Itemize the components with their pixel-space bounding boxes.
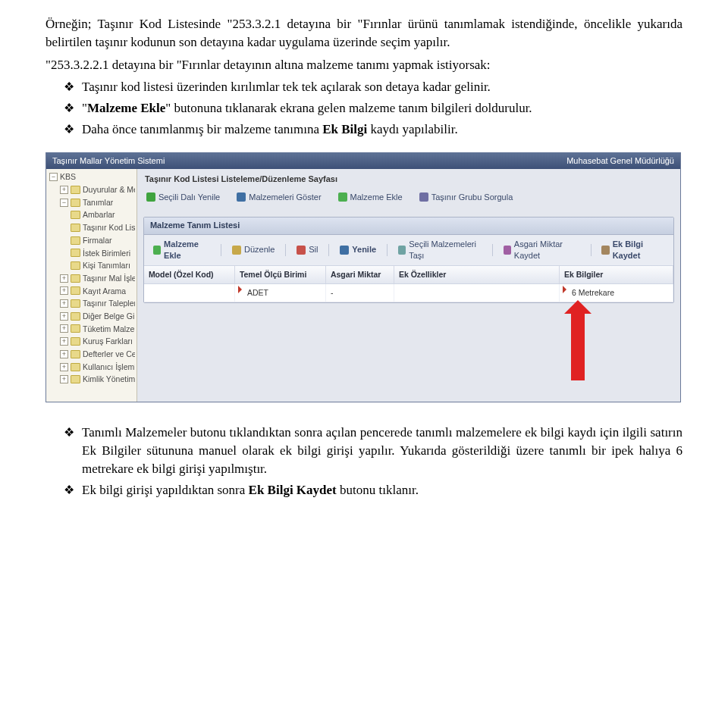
folder-icon: [71, 337, 80, 346]
annotation-arrow-up: [571, 312, 585, 380]
tree-item[interactable]: +Taşınır Talepleri: [57, 297, 136, 310]
refresh-branch-button[interactable]: Seçili Dalı Yenile: [142, 191, 224, 204]
folder-icon: [71, 199, 80, 207]
bullets-top: ❖ Taşınır kod listesi üzerinden kırılıml…: [46, 78, 682, 139]
app-screenshot: Taşınır Mallar Yönetim Sistemi Muhasebat…: [46, 152, 681, 402]
title-right: Muhasebat Genel Müdürlüğü: [566, 155, 674, 167]
bullet-b2: ❖ Ek bilgi girişi yapıldıktan sonra Ek B…: [64, 481, 682, 499]
folder-icon: [71, 211, 80, 219]
folder-icon: [71, 299, 80, 308]
cell-model[interactable]: [144, 284, 235, 302]
sidebar: − KBS +Duyurular & Mesajlar −Tanımlar Am…: [46, 169, 137, 402]
folder-icon: [71, 286, 80, 295]
expand-icon[interactable]: +: [60, 286, 68, 295]
folder-icon: [71, 324, 80, 333]
delete-icon: [297, 246, 306, 255]
save-icon: [504, 246, 511, 255]
bullet-2-text: "Malzeme Ekle" butonuna tıklanarak ekran…: [82, 99, 682, 117]
delete-button[interactable]: Sil: [292, 243, 322, 256]
expand-icon[interactable]: +: [60, 312, 68, 321]
tree-item[interactable]: +Tüketim Malzeme: [57, 323, 136, 336]
tree-item-tanimlar[interactable]: −Tanımlar: [57, 196, 136, 209]
tree-item[interactable]: İstek Birimleri: [67, 247, 136, 260]
separator: [328, 244, 329, 256]
expand-icon[interactable]: +: [60, 350, 68, 358]
tree-item[interactable]: Ambarlar: [67, 208, 136, 221]
intro-para-1: Örneğin; Taşınır Kod Listesinde "253.3.2…: [46, 15, 682, 52]
dirty-icon: [563, 286, 566, 293]
move-selected-button[interactable]: Seçili Malzemeleri Taşı: [394, 238, 486, 263]
tree-item[interactable]: +Duyurular & Mesajlar: [57, 183, 136, 196]
intro-para-2: "253.3.2.2.1 detayına bir "Fırınlar deta…: [46, 56, 682, 74]
table-header: Model (Özel Kod) Temel Ölçü Birimi Asgar…: [144, 266, 673, 284]
toolbar-top: Seçili Dalı Yenile Malzemeleri Göster Ma…: [137, 189, 680, 206]
page-title: Taşınır Kod Listesi Listeleme/Düzenleme …: [137, 169, 680, 188]
tree-item[interactable]: +Kullanıcı İşlemleri: [57, 361, 136, 374]
folder-icon: [71, 375, 80, 383]
save-min-button[interactable]: Asgari Miktar Kaydet: [499, 238, 585, 263]
expand-icon[interactable]: +: [60, 274, 68, 283]
edit-button[interactable]: Düzenle: [228, 243, 279, 256]
expand-icon[interactable]: +: [60, 363, 68, 371]
search-icon: [419, 192, 428, 202]
tree-root-kbs[interactable]: − KBS: [46, 171, 136, 183]
save-extra-info-button[interactable]: Ek Bilgi Kaydet: [597, 238, 669, 263]
cell-attrs[interactable]: [394, 284, 560, 302]
folder-icon: [71, 274, 80, 283]
save-icon: [601, 246, 609, 255]
bullet-3-text: Daha önce tanımlanmış bir malzeme tanımı…: [82, 120, 682, 139]
add-material-button[interactable]: Malzeme Ekle: [334, 191, 407, 204]
tree-item[interactable]: +Taşınır Mal İşlemle: [57, 272, 136, 285]
folder-icon: [71, 312, 80, 321]
folder-icon: [71, 186, 80, 194]
expand-icon[interactable]: +: [60, 324, 68, 333]
diamond-icon: ❖: [64, 120, 74, 139]
folder-icon: [71, 261, 80, 270]
separator: [591, 244, 592, 256]
tree-item[interactable]: Kişi Tanımları: [67, 259, 136, 272]
add-material-button-2[interactable]: Malzeme Ekle: [149, 238, 215, 263]
titlebar: Taşınır Mallar Yönetim Sistemi Muhasebat…: [46, 152, 680, 169]
diamond-icon: ❖: [64, 99, 74, 117]
tree-item[interactable]: +Kimlik Yönetimi: [57, 373, 136, 386]
expand-icon[interactable]: +: [60, 186, 68, 194]
expand-icon[interactable]: +: [60, 375, 68, 383]
collapse-icon[interactable]: −: [49, 173, 58, 181]
tree-item[interactable]: +Kayıt Arama: [57, 285, 136, 298]
tree-item[interactable]: Taşınır Kod Lis: [67, 221, 136, 234]
tree-item[interactable]: +Diğer Belge Girişle: [57, 310, 136, 323]
tree-item[interactable]: Firmalar: [67, 234, 136, 247]
expand-icon[interactable]: +: [60, 299, 68, 308]
folder-icon: [71, 236, 80, 245]
list-icon: [237, 192, 246, 202]
tree-item[interactable]: +Kuruş Farkları Rap: [57, 335, 136, 348]
tree-root-label: KBS: [60, 171, 76, 183]
bullets-bottom: ❖ Tanımlı Malzemeler butonu tıklandıktan…: [46, 424, 682, 499]
material-list-panel: Malzeme Tanım Listesi Malzeme Ekle Düzen…: [143, 217, 674, 303]
cell-min[interactable]: -: [326, 284, 394, 302]
bullet-1: ❖ Taşınır kod listesi üzerinden kırılıml…: [64, 78, 682, 96]
col-unit: Temel Ölçü Birimi: [235, 266, 326, 283]
plus-icon: [338, 192, 347, 202]
cell-unit[interactable]: ADET: [235, 284, 326, 302]
collapse-icon[interactable]: −: [60, 199, 68, 207]
cell-extra[interactable]: 6 Metrekare: [560, 284, 673, 302]
separator: [285, 244, 286, 256]
material-table: Model (Özel Kod) Temel Ölçü Birimi Asgar…: [144, 266, 673, 302]
separator: [387, 244, 388, 256]
edit-icon: [232, 246, 241, 255]
show-materials-button[interactable]: Malzemeleri Göster: [232, 191, 325, 204]
bullet-1-text: Taşınır kod listesi üzerinden kırılımlar…: [82, 78, 682, 96]
table-row[interactable]: ADET - 6 Metrekare: [144, 284, 673, 302]
panel-title: Malzeme Tanım Listesi: [144, 217, 673, 234]
tree-item[interactable]: +Defterler ve Cetv: [57, 348, 136, 361]
expand-icon[interactable]: +: [60, 337, 68, 346]
diamond-icon: ❖: [64, 78, 74, 96]
refresh-icon: [340, 246, 349, 255]
diamond-icon: ❖: [64, 424, 74, 442]
col-extra: Ek Bilgiler: [560, 266, 673, 283]
folder-icon: [71, 224, 80, 232]
refresh-button[interactable]: Yenile: [335, 243, 381, 256]
group-query-button[interactable]: Taşınır Grubu Sorgula: [415, 191, 518, 204]
folder-icon: [71, 249, 80, 257]
